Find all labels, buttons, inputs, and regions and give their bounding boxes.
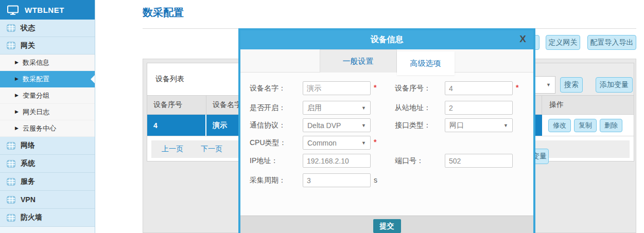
sidebar-item-vpn[interactable]: VPN <box>0 191 95 209</box>
sidebar-item-cloud-service[interactable]: ▶ 云服务中心 <box>0 120 95 137</box>
sidebar-item-system[interactable]: 系统 <box>0 155 95 173</box>
sidebar-item-gateway-log[interactable]: ▶ 网关日志 <box>0 104 95 120</box>
required-mark: * <box>516 83 518 92</box>
sidebar-item-service[interactable]: 服务 <box>0 173 95 191</box>
field-label-ip-address: IP地址： <box>250 156 278 166</box>
brand-title: WTBLNET <box>25 6 64 14</box>
sidebar-item-label: VPN <box>21 195 36 204</box>
brand-header: WTBLNET <box>0 0 95 20</box>
sidebar-item-label: 状态 <box>21 24 35 33</box>
sidebar-item-label: 防火墙 <box>21 213 42 222</box>
sidebar-subitem-label: 数采配置 <box>23 75 49 84</box>
sidebar-subitem-label: 变量分组 <box>23 91 49 100</box>
selected-value: 网口 <box>449 121 464 130</box>
page-title: 数采配置 <box>143 6 184 20</box>
caret-right-icon: ▶ <box>15 110 19 114</box>
sidebar-item-firewall[interactable]: 防火墙 <box>0 209 95 227</box>
sidebar-item-variable-group[interactable]: ▶ 变量分组 <box>0 87 95 104</box>
chevron-down-icon: ▼ <box>361 105 366 111</box>
config-import-export-button[interactable]: 配置导入导出 <box>587 35 636 50</box>
slave-address-input[interactable] <box>445 101 513 115</box>
selected-value: 启用 <box>307 103 322 113</box>
modal-body: 设备名字： * 设备序号： * 是否开启： 启用 ▼ 从站地址： 通信协议： D… <box>240 73 533 216</box>
caret-right-icon: ▶ <box>15 126 19 131</box>
selected-value: Common <box>307 139 337 147</box>
cell-actions: 修改 复制 删除 <box>542 115 634 136</box>
close-icon[interactable]: X <box>519 33 526 45</box>
tab-advanced-options[interactable]: 高级选项 <box>397 51 455 75</box>
sidebar-item-network[interactable]: 网络 <box>0 137 95 155</box>
column-header-actions: 操作 <box>542 100 634 110</box>
required-mark: * <box>374 83 376 92</box>
collect-period-input[interactable] <box>303 173 371 187</box>
sidebar: WTBLNET 状态 网关 ▶ 数采信息 ▶ 数采配置 ▶ 变量分组 ▶ <box>0 0 95 233</box>
cell-device-no: 4 <box>147 115 206 136</box>
caret-right-icon: ▶ <box>15 60 19 65</box>
monitor-icon <box>7 5 19 15</box>
sidebar-item-label: 系统 <box>21 159 35 168</box>
device-no-input[interactable] <box>445 81 513 95</box>
field-label-cpu-type: CPU类型： <box>250 138 287 148</box>
enabled-select[interactable]: 启用 ▼ <box>303 101 371 115</box>
tab-general-settings[interactable]: 一般设置 <box>320 49 397 73</box>
app-root: WTBLNET 状态 网关 ▶ 数采信息 ▶ 数采配置 ▶ 变量分组 ▶ <box>0 0 644 233</box>
edit-button[interactable]: 修改 <box>548 119 571 132</box>
field-label-device-no: 设备序号： <box>395 84 431 93</box>
submit-button[interactable]: 提交 <box>373 219 401 233</box>
device-info-modal: 设备信息 X 一般设置 高级选项 设备名字： * 设备序号： * 是否开启： 启… <box>238 28 535 233</box>
sidebar-item-label: 服务 <box>21 177 35 186</box>
chevron-down-icon: ▼ <box>361 140 366 146</box>
ip-address-input[interactable] <box>303 154 371 168</box>
delete-button[interactable]: 删除 <box>600 119 622 132</box>
table-icon <box>7 142 15 150</box>
copy-button[interactable]: 复制 <box>574 119 597 132</box>
port-input[interactable] <box>445 154 513 168</box>
chevron-down-icon: ▼ <box>503 123 508 128</box>
cpu-type-select[interactable]: Common ▼ <box>303 136 371 150</box>
sidebar-item-data-config[interactable]: ▶ 数采配置 <box>0 71 95 87</box>
seconds-suffix: s <box>374 176 377 184</box>
table-icon <box>7 196 15 204</box>
sidebar-item-status[interactable]: 状态 <box>0 20 95 37</box>
field-label-port: 端口号： <box>395 156 424 166</box>
next-page-link[interactable]: 下一页 <box>201 145 222 154</box>
sidebar-subitem-label: 网关日志 <box>23 107 49 117</box>
chevron-down-icon: ▼ <box>546 82 551 87</box>
sidebar-item-label: 网关 <box>21 41 35 50</box>
modal-title: 设备信息 <box>371 34 404 45</box>
field-label-enabled: 是否开启： <box>250 103 286 113</box>
modal-header: 设备信息 X <box>240 30 533 49</box>
required-mark: * <box>374 138 376 146</box>
column-header-device-no: 设备序号 <box>147 96 206 114</box>
sidebar-subitem-label: 数采信息 <box>23 58 49 67</box>
field-label-interface-type: 接口类型： <box>395 121 431 130</box>
modal-footer: 提交 <box>240 216 533 233</box>
table-icon <box>7 42 15 49</box>
field-label-protocol: 通信协议： <box>250 121 286 130</box>
interface-type-select[interactable]: 网口 ▼ <box>445 118 513 132</box>
table-icon <box>7 178 15 186</box>
add-variable-button[interactable]: 添加变量 <box>596 77 633 93</box>
sidebar-item-data-info[interactable]: ▶ 数采信息 <box>0 55 95 71</box>
table-icon <box>7 160 15 168</box>
prev-page-link[interactable]: 上一页 <box>162 145 183 154</box>
sidebar-subitem-label: 云服务中心 <box>23 124 56 133</box>
field-label-slave-address: 从站地址： <box>395 103 431 113</box>
protocol-select[interactable]: Delta DVP ▼ <box>303 118 371 132</box>
sidebar-item-label: 网络 <box>21 141 35 150</box>
selected-value: Delta DVP <box>307 121 341 130</box>
define-gateway-button[interactable]: 定义网关 <box>546 35 580 50</box>
device-name-input[interactable] <box>303 81 371 95</box>
caret-right-icon: ▶ <box>15 93 19 98</box>
sidebar-item-gateway[interactable]: 网关 <box>0 37 95 55</box>
device-list-title: 设备列表 <box>155 75 184 84</box>
caret-right-icon: ▶ <box>15 77 19 81</box>
field-label-device-name: 设备名字： <box>250 84 286 93</box>
modal-tab-bar: 一般设置 高级选项 <box>240 49 533 73</box>
table-icon <box>7 214 15 222</box>
field-label-collect-period: 采集周期： <box>250 176 286 185</box>
chevron-down-icon: ▼ <box>361 123 366 128</box>
search-button[interactable]: 搜索 <box>560 77 583 93</box>
table-icon <box>7 24 15 32</box>
